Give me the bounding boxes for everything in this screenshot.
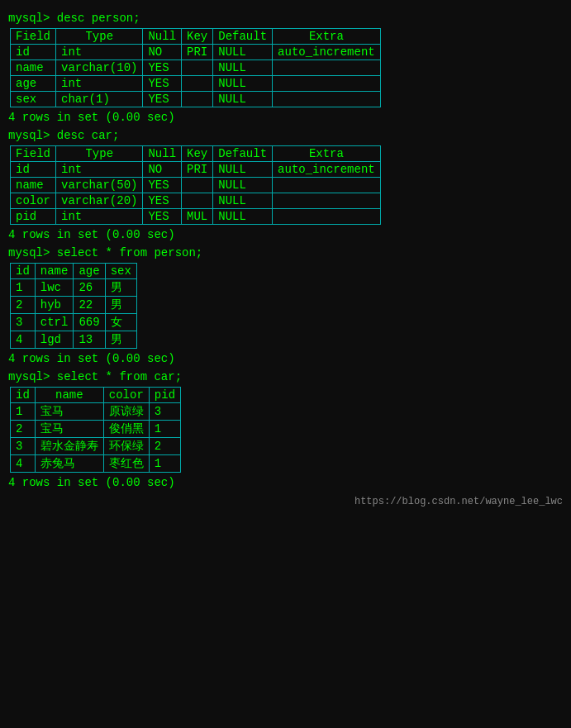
col-extra: Extra: [273, 146, 381, 162]
table-row: color varchar(20) YES NULL: [11, 193, 381, 209]
col-extra: Extra: [273, 29, 381, 45]
table-row: id int NO PRI NULL auto_increment: [11, 162, 381, 178]
col-null: Null: [143, 146, 182, 162]
footer-url: https://blog.csdn.net/wayne_lee_lwc: [8, 496, 563, 507]
prompt-desc-car: mysql> desc car;: [8, 129, 563, 142]
col-age: age: [74, 264, 105, 279]
table-row: name varchar(10) YES NULL: [11, 60, 381, 76]
table-select-car: id name color pid 1 宝马 原谅绿 3 2: [10, 387, 181, 473]
col-key: Key: [182, 29, 213, 45]
table-desc-person: Field Type Null Key Default Extra id int…: [10, 28, 381, 107]
prompt-select-car: mysql> select * from car;: [8, 370, 563, 383]
col-null: Null: [143, 29, 182, 45]
result-select-car: 4 rows in set (0.00 sec): [8, 476, 563, 489]
table-select-person: id name age sex 1 lwc 26 男 2 h: [10, 263, 137, 349]
col-key: Key: [182, 146, 213, 162]
table-row: 3 碧水金静寿 环保绿 2: [11, 438, 181, 455]
col-id: id: [11, 388, 36, 403]
table-row: 1 lwc 26 男: [11, 279, 137, 297]
col-pid: pid: [149, 388, 180, 403]
table-row: id int NO PRI NULL auto_increment: [11, 45, 381, 60]
block-desc-car: mysql> desc car; Field Type Null Key Def…: [8, 129, 563, 241]
table-row: 2 宝马 俊俏黑 1: [11, 421, 181, 438]
table-desc-car: Field Type Null Key Default Extra id int…: [10, 145, 381, 225]
col-default: Default: [213, 29, 273, 45]
table-row: 3 ctrl 669 女: [11, 314, 137, 331]
prompt-select-person: mysql> select * from person;: [8, 246, 563, 259]
col-field: Field: [11, 146, 56, 162]
block-select-car: mysql> select * from car; id name color …: [8, 370, 563, 489]
result-desc-person: 4 rows in set (0.00 sec): [8, 111, 563, 124]
table-row: pid int YES MUL NULL: [11, 209, 381, 225]
table-row: name varchar(50) YES NULL: [11, 178, 381, 193]
terminal-window: mysql> desc person; Field Type Null Key …: [8, 12, 563, 507]
col-id: id: [11, 264, 36, 279]
table-row: 4 赤兔马 枣红色 1: [11, 455, 181, 473]
col-color: color: [103, 388, 149, 403]
table-row: 1 宝马 原谅绿 3: [11, 403, 181, 421]
col-name: name: [35, 264, 74, 279]
col-default: Default: [213, 146, 273, 162]
table-row: sex char(1) YES NULL: [11, 92, 381, 107]
table-row: age int YES NULL: [11, 76, 381, 92]
result-select-person: 4 rows in set (0.00 sec): [8, 352, 563, 365]
table-row: 2 hyb 22 男: [11, 297, 137, 314]
block-desc-person: mysql> desc person; Field Type Null Key …: [8, 12, 563, 124]
table-row: 4 lgd 13 男: [11, 331, 137, 349]
col-type: Type: [56, 29, 143, 45]
col-field: Field: [11, 29, 56, 45]
col-type: Type: [56, 146, 143, 162]
col-sex: sex: [105, 264, 136, 279]
block-select-person: mysql> select * from person; id name age…: [8, 246, 563, 365]
result-desc-car: 4 rows in set (0.00 sec): [8, 228, 563, 241]
prompt-desc-person: mysql> desc person;: [8, 12, 563, 25]
col-name: name: [35, 388, 103, 403]
